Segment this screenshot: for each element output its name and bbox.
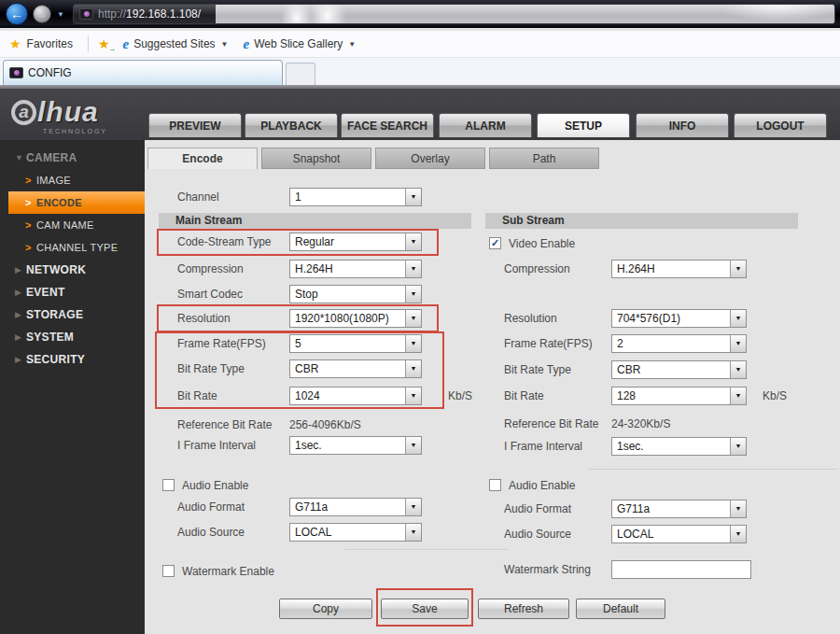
nav-tab-playback[interactable]: PLAYBACK xyxy=(245,113,338,137)
dropdown-arrow-icon: ▼ xyxy=(405,261,421,277)
dropdown-arrow-icon: ▼ xyxy=(405,499,421,515)
dropdown-arrow-icon: ▼ xyxy=(730,361,746,378)
site-favicon xyxy=(9,67,23,78)
sidebar-item-label: CHANNEL TYPE xyxy=(36,242,118,253)
audio-format-select[interactable]: G711a ▼ xyxy=(289,498,422,516)
video-enable-checkbox[interactable] xyxy=(489,237,501,249)
bit-rate-type-label: Bit Rate Type xyxy=(177,359,245,378)
favorites-bar: ★ Favorites ★ e Suggested Sites ▼ e Web … xyxy=(0,31,840,58)
sidebar-item-channel-type[interactable]: > CHANNEL TYPE xyxy=(0,236,145,259)
sub-bit-rate-unit: Kb/S xyxy=(763,387,787,405)
sub-frame-rate-value: 2 xyxy=(617,335,729,352)
sub-i-frame-interval-label: I Frame Interval xyxy=(504,437,582,456)
sub-audio-format-select[interactable]: G711a ▼ xyxy=(611,500,747,518)
audio-enable-checkbox[interactable] xyxy=(162,479,175,491)
sidebar-group-security[interactable]: ▶ SECURITY xyxy=(0,348,145,371)
sub-compression-label: Compression xyxy=(504,260,570,278)
nav-tab-face-search[interactable]: FACE SEARCH xyxy=(341,113,434,137)
nav-tab-info[interactable]: INFO xyxy=(636,113,729,137)
i-frame-interval-select[interactable]: 1sec. ▼ xyxy=(289,436,422,455)
dropdown-arrow-icon: ▼ xyxy=(405,233,421,250)
settings-sidebar: ▼ CAMERA > IMAGE > ENCODE > CAM NAME > C… xyxy=(0,140,145,634)
sidebar-group-label: CAMERA xyxy=(26,151,77,164)
history-dropdown-icon[interactable]: ▼ xyxy=(57,10,64,19)
save-button[interactable]: Save xyxy=(381,599,469,619)
sub-resolution-select[interactable]: 704*576(D1) ▼ xyxy=(611,309,747,328)
nav-tab-logout[interactable]: LOGOUT xyxy=(734,113,827,137)
compression-select[interactable]: H.264H ▼ xyxy=(289,260,422,278)
sub-frame-rate-select[interactable]: 2 ▼ xyxy=(611,334,747,353)
audio-source-value: LOCAL xyxy=(295,524,404,541)
sidebar-item-encode[interactable]: > ENCODE xyxy=(8,191,145,214)
nav-tab-preview[interactable]: PREVIEW xyxy=(148,113,242,137)
tab-snapshot[interactable]: Snapshot xyxy=(261,148,371,169)
sidebar-group-network[interactable]: ▶ NETWORK xyxy=(0,259,145,281)
sub-frame-rate-label: Frame Rate(FPS) xyxy=(504,334,593,353)
favorites-button[interactable]: Favorites xyxy=(27,37,73,50)
address-bar[interactable]: http:// 192.168.1.108/ xyxy=(73,4,835,24)
sub-reference-bit-rate-value: 24-320Kb/S xyxy=(611,415,670,433)
tab-encode[interactable]: Encode xyxy=(147,148,258,169)
audio-source-select[interactable]: LOCAL ▼ xyxy=(289,523,422,542)
sidebar-item-image[interactable]: > IMAGE xyxy=(0,169,145,191)
sidebar-group-event[interactable]: ▶ EVENT xyxy=(0,281,145,303)
sub-stream-header: Sub Stream xyxy=(485,213,798,229)
dropdown-arrow-icon: ▼ xyxy=(405,524,421,541)
smart-codec-select[interactable]: Stop ▼ xyxy=(289,285,422,303)
sidebar-group-label: SYSTEM xyxy=(26,331,74,344)
bit-rate-select[interactable]: 1024 ▼ xyxy=(289,387,422,405)
sidebar-group-camera[interactable]: ▼ CAMERA xyxy=(0,147,145,169)
address-bar-track xyxy=(216,5,834,23)
browser-forward-button[interactable]: → xyxy=(33,5,51,23)
watermark-string-input[interactable] xyxy=(611,560,751,579)
tab-overlay[interactable]: Overlay xyxy=(375,148,485,169)
sub-i-frame-interval-select[interactable]: 1sec. ▼ xyxy=(611,437,747,456)
web-slice-gallery-link[interactable]: Web Slice Gallery xyxy=(254,37,343,50)
new-tab-button[interactable] xyxy=(286,63,315,85)
watermark-enable-checkbox[interactable] xyxy=(162,565,175,577)
sub-audio-enable-checkbox[interactable] xyxy=(489,479,501,491)
triangle-right-icon: ▶ xyxy=(15,310,26,319)
dropdown-arrow-icon: ▼ xyxy=(405,310,421,327)
nav-tab-alarm[interactable]: ALARM xyxy=(439,113,532,137)
sub-bit-rate-type-select[interactable]: CBR ▼ xyxy=(611,360,747,379)
sub-bit-rate-select[interactable]: 128 ▼ xyxy=(611,387,747,405)
sidebar-item-label: CAM NAME xyxy=(36,219,94,231)
browser-tab-config[interactable]: CONFIG xyxy=(3,60,283,85)
url-scheme: http:// xyxy=(98,7,126,21)
code-stream-type-select[interactable]: Regular ▼ xyxy=(289,232,422,251)
dahua-config-page: ← → ▼ http:// 192.168.1.108/ ★ Favorites… xyxy=(0,0,840,634)
browser-back-button[interactable]: ← xyxy=(6,3,28,25)
compression-label: Compression xyxy=(177,260,244,278)
triangle-right-icon: ▶ xyxy=(15,355,26,364)
sub-bit-rate-value: 128 xyxy=(617,387,729,404)
sub-compression-value: H.264H xyxy=(617,261,729,277)
resolution-select[interactable]: 1920*1080(1080P) ▼ xyxy=(289,309,422,328)
sub-compression-select[interactable]: H.264H ▼ xyxy=(611,260,747,278)
channel-select[interactable]: 1 ▼ xyxy=(289,188,422,206)
resolution-label: Resolution xyxy=(177,309,231,328)
sub-resolution-label: Resolution xyxy=(504,309,557,328)
nav-tab-setup[interactable]: SETUP xyxy=(537,113,630,137)
dropdown-arrow-icon: ▼ xyxy=(405,387,421,404)
sidebar-group-label: NETWORK xyxy=(26,263,86,276)
video-enable-label: Video Enable xyxy=(509,234,575,253)
suggested-sites-caret-icon[interactable]: ▼ xyxy=(221,40,229,49)
copy-button[interactable]: Copy xyxy=(279,599,372,619)
default-button[interactable]: Default xyxy=(576,599,665,619)
tab-path[interactable]: Path xyxy=(489,148,599,169)
address-bar-field[interactable]: http:// 192.168.1.108/ xyxy=(74,5,216,23)
web-slice-gallery-caret-icon[interactable]: ▼ xyxy=(348,40,356,49)
bit-rate-type-select[interactable]: CBR ▼ xyxy=(289,359,422,378)
sidebar-group-storage[interactable]: ▶ STORAGE xyxy=(0,303,145,326)
sidebar-group-system[interactable]: ▶ SYSTEM xyxy=(0,326,145,348)
sub-audio-source-select[interactable]: LOCAL ▼ xyxy=(611,525,747,543)
sub-bit-rate-type-label: Bit Rate Type xyxy=(504,360,571,379)
sidebar-item-cam-name[interactable]: > CAM NAME xyxy=(0,214,145,236)
frame-rate-select[interactable]: 5 ▼ xyxy=(289,334,422,353)
suggested-sites-link[interactable]: Suggested Sites xyxy=(133,37,215,50)
add-favorite-icon[interactable]: ★ xyxy=(98,36,110,51)
sidebar-group-label: SECURITY xyxy=(26,353,85,366)
browser-tab-title: CONFIG xyxy=(28,66,72,79)
refresh-button[interactable]: Refresh xyxy=(478,599,569,619)
